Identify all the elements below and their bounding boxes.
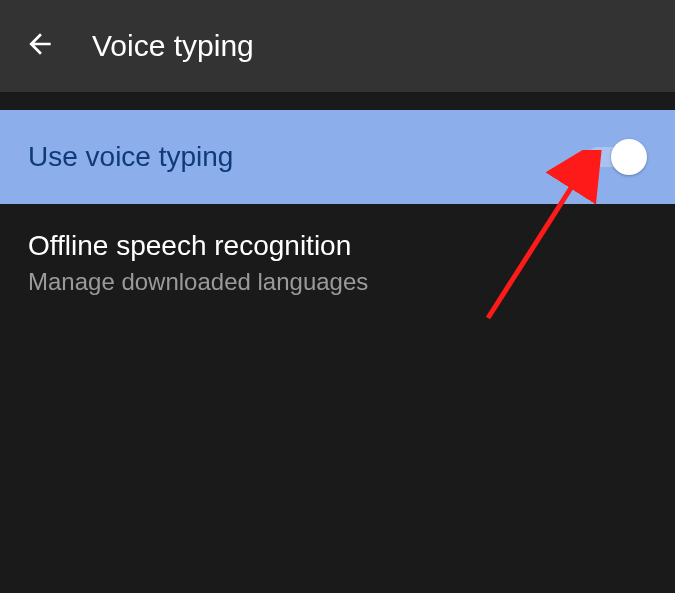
app-header: Voice typing <box>0 0 675 92</box>
arrow-left-icon <box>24 28 56 64</box>
divider <box>0 92 675 110</box>
voice-typing-row[interactable]: Use voice typing <box>0 110 675 204</box>
offline-speech-title: Offline speech recognition <box>28 230 647 262</box>
page-title: Voice typing <box>92 29 254 63</box>
back-button[interactable] <box>16 22 64 70</box>
offline-speech-subtitle: Manage downloaded languages <box>28 268 647 296</box>
voice-typing-label: Use voice typing <box>28 141 233 173</box>
offline-speech-row[interactable]: Offline speech recognition Manage downlo… <box>0 204 675 322</box>
voice-typing-toggle[interactable] <box>587 139 647 175</box>
toggle-thumb <box>611 139 647 175</box>
